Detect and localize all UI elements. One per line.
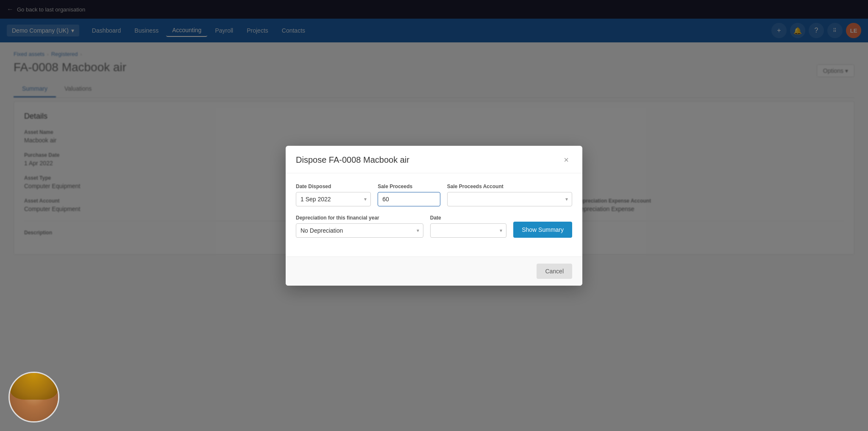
show-summary-btn-wrapper: Show Summary <box>513 222 572 238</box>
modal-body: Date Disposed ▾ Sale Proceeds Sale Proce… <box>286 173 582 256</box>
date-group: Date ▾ <box>430 215 506 238</box>
show-summary-button[interactable]: Show Summary <box>513 222 572 238</box>
modal-title: Dispose FA-0008 Macbook air <box>296 155 409 165</box>
date-disposed-wrapper: ▾ <box>296 192 371 206</box>
date-wrapper: ▾ <box>430 223 506 238</box>
sale-proceeds-label: Sale Proceeds <box>378 184 440 189</box>
date-disposed-label: Date Disposed <box>296 184 371 189</box>
dispose-modal: Dispose FA-0008 Macbook air × Date Dispo… <box>286 146 582 264</box>
modal-close-button[interactable]: × <box>560 154 572 166</box>
date-disposed-group: Date Disposed ▾ <box>296 184 371 206</box>
form-row-1: Date Disposed ▾ Sale Proceeds Sale Proce… <box>296 184 572 206</box>
modal-footer: Cancel <box>286 256 582 264</box>
date-select[interactable] <box>430 223 506 238</box>
sale-proceeds-group: Sale Proceeds <box>378 184 440 206</box>
depreciation-year-select[interactable]: No Depreciation Calculate Depreciation <box>296 223 423 238</box>
depreciation-year-wrapper: No Depreciation Calculate Depreciation ▾ <box>296 223 423 238</box>
date-disposed-input[interactable] <box>296 192 371 206</box>
sale-proceeds-account-wrapper: ▾ <box>447 192 572 206</box>
sale-proceeds-account-select[interactable] <box>447 192 572 206</box>
depreciation-year-label: Depreciation for this financial year <box>296 215 423 221</box>
modal-overlay: Dispose FA-0008 Macbook air × Date Dispo… <box>0 0 868 263</box>
depreciation-year-group: Depreciation for this financial year No … <box>296 215 423 238</box>
date-label: Date <box>430 215 506 221</box>
sale-proceeds-input[interactable] <box>378 192 440 206</box>
form-row-2: Depreciation for this financial year No … <box>296 215 572 238</box>
sale-proceeds-account-group: Sale Proceeds Account ▾ <box>447 184 572 206</box>
modal-header: Dispose FA-0008 Macbook air × <box>286 146 582 173</box>
sale-proceeds-account-label: Sale Proceeds Account <box>447 184 572 189</box>
